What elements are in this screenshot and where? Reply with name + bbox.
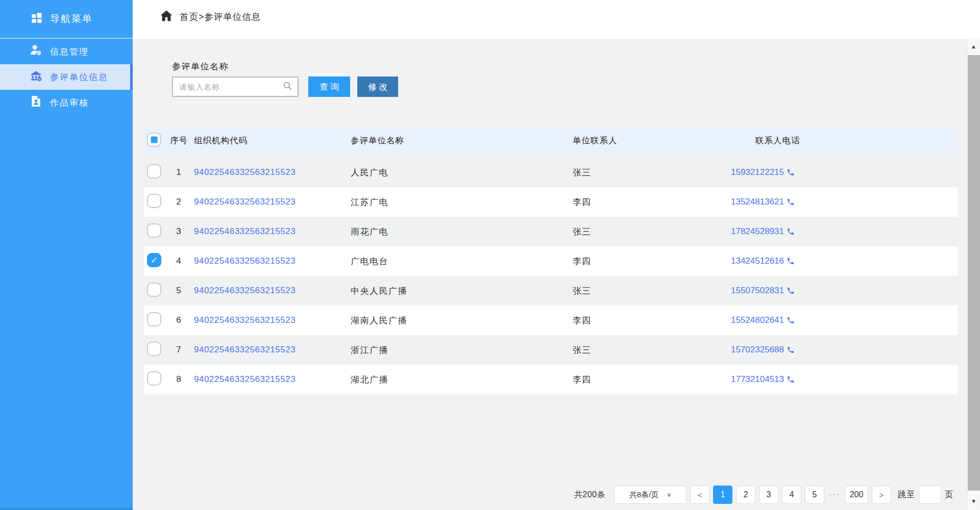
phone-link[interactable]: 13424512616: [731, 256, 795, 266]
table-row: 494022546332563215523广电电台李四13424512616: [144, 246, 958, 276]
search-box: [172, 76, 299, 97]
row-checkbox[interactable]: [147, 253, 161, 267]
query-button[interactable]: 查询: [308, 76, 350, 97]
phone-icon: [787, 287, 795, 295]
phone-icon: [787, 198, 795, 206]
phone-link[interactable]: 17732104513: [731, 374, 795, 385]
home-icon[interactable]: [160, 9, 173, 24]
org-code-link[interactable]: 94022546332563215523: [194, 197, 296, 207]
phone-number: 17732104513: [731, 374, 784, 385]
total-count-label: 共200条: [574, 490, 605, 500]
org-code-link[interactable]: 94022546332563215523: [194, 256, 296, 266]
phone-number: 15702325688: [731, 345, 784, 355]
phone-number: 15932122215: [731, 167, 784, 177]
row-checkbox[interactable]: [147, 194, 161, 208]
page-size-select[interactable]: 共8条/页 ∨: [614, 486, 687, 504]
row-checkbox[interactable]: [147, 312, 161, 326]
phone-icon: [787, 375, 795, 384]
org-code-link[interactable]: 94022546332563215523: [194, 226, 296, 237]
unit-name-cell: 湖南人民广播: [351, 315, 407, 326]
page-size-value: 共8条/页: [629, 490, 659, 500]
row-checkbox[interactable]: [147, 164, 161, 178]
chevron-down-icon: ∨: [667, 491, 671, 498]
unit-name-cell: 广电电台: [351, 256, 388, 267]
row-index-cell: 3: [170, 226, 187, 237]
search-input[interactable]: [178, 82, 279, 92]
next-page-button[interactable]: >: [872, 486, 891, 504]
page-button-1[interactable]: 1: [713, 486, 732, 504]
last-page-button[interactable]: 200: [845, 486, 868, 504]
page-button-4[interactable]: 4: [782, 486, 801, 504]
sidebar-header: 导航菜单: [0, 0, 133, 39]
unit-name-cell: 人民广电: [351, 167, 388, 178]
org-code-link[interactable]: 94022546332563215523: [194, 167, 296, 177]
row-index-cell: 4: [170, 256, 187, 266]
contact-cell: 李四: [573, 374, 591, 386]
scrollbar-thumb[interactable]: [968, 55, 980, 491]
jump-page-input[interactable]: [919, 486, 941, 504]
row-checkbox[interactable]: [147, 223, 161, 238]
search-icon[interactable]: [283, 81, 292, 93]
sidebar-bottom-strip: [0, 508, 133, 510]
column-header-contact: 单位联系人: [573, 135, 618, 146]
sidebar-item-label: 信息管理: [50, 46, 89, 58]
modify-button[interactable]: 修改: [357, 76, 398, 97]
row-index-cell: 2: [170, 197, 187, 207]
contact-cell: 张三: [573, 344, 591, 356]
phone-number: 15507502831: [731, 286, 784, 296]
org-code-link[interactable]: 94022546332563215523: [194, 374, 296, 385]
phone-link[interactable]: 17824528931: [731, 226, 795, 237]
prev-page-button[interactable]: <: [690, 486, 709, 504]
pagination: 共200条 共8条/页 ∨ < 12345 ··· 200 > 跳至 页: [574, 486, 953, 504]
contact-cell: 张三: [573, 285, 591, 297]
select-all-checkbox[interactable]: [147, 133, 161, 147]
phone-icon: [787, 168, 795, 176]
search-label: 参评单位名称: [172, 61, 229, 72]
sidebar-item-info-management[interactable]: 信息管理: [0, 39, 133, 64]
row-index-cell: 6: [170, 315, 187, 325]
row-index-cell: 5: [170, 286, 187, 296]
unit-name-cell: 江苏广电: [351, 196, 388, 208]
table-row: 794022546332563215523浙江广播张三15702325688: [144, 335, 958, 365]
scroll-up-arrow-icon[interactable]: ▲: [967, 39, 980, 54]
row-checkbox[interactable]: [147, 283, 161, 297]
phone-link[interactable]: 15932122215: [731, 167, 795, 177]
row-checkbox[interactable]: [147, 371, 161, 386]
phone-number: 15524802641: [731, 315, 784, 325]
sidebar-item-work-review[interactable]: 作品审核: [0, 90, 133, 115]
table-row: 594022546332563215523中央人民广播张三15507502831: [144, 276, 958, 305]
phone-link[interactable]: 15524802641: [731, 315, 795, 325]
column-header-index: 序号: [170, 135, 188, 146]
scroll-down-arrow-icon[interactable]: ▼: [967, 493, 980, 510]
contact-cell: 李四: [573, 196, 591, 208]
building-gear-icon: [30, 69, 42, 85]
row-index-cell: 7: [170, 345, 187, 355]
sidebar: 导航菜单 信息管理 参评单位信息 作品审核: [0, 0, 133, 510]
column-header-phone: 联系人电话: [755, 135, 800, 146]
page-button-3[interactable]: 3: [759, 486, 778, 504]
sidebar-item-label: 参评单位信息: [50, 71, 108, 83]
table-row: 294022546332563215523江苏广电李四13524813621: [144, 187, 958, 217]
table-header-row: 序号 组织机构代码 参评单位名称 单位联系人 联系人电话: [144, 126, 958, 155]
phone-number: 17824528931: [731, 226, 784, 237]
phone-icon: [787, 257, 795, 265]
sidebar-item-unit-info[interactable]: 参评单位信息: [0, 64, 133, 90]
phone-link[interactable]: 15702325688: [731, 345, 795, 355]
org-code-link[interactable]: 94022546332563215523: [194, 315, 296, 325]
breadcrumb: 首页>参评单位信息: [180, 11, 261, 23]
contact-cell: 张三: [573, 226, 591, 238]
page-unit-label: 页: [945, 490, 953, 500]
org-code-link[interactable]: 94022546332563215523: [194, 286, 296, 296]
unit-name-cell: 浙江广播: [351, 344, 388, 356]
vertical-scrollbar[interactable]: ▲ ▼: [967, 39, 980, 510]
org-code-link[interactable]: 94022546332563215523: [194, 345, 296, 355]
phone-link[interactable]: 13524813621: [731, 197, 795, 207]
sidebar-menu: 信息管理 参评单位信息 作品审核: [0, 39, 133, 115]
row-checkbox[interactable]: [147, 342, 161, 356]
page-button-2[interactable]: 2: [736, 486, 755, 504]
user-gear-icon: [30, 44, 42, 59]
phone-link[interactable]: 15507502831: [731, 286, 795, 296]
page-button-5[interactable]: 5: [805, 486, 824, 504]
phone-icon: [787, 316, 795, 324]
table-row: 894022546332563215523湖北广播李四17732104513: [144, 365, 958, 394]
